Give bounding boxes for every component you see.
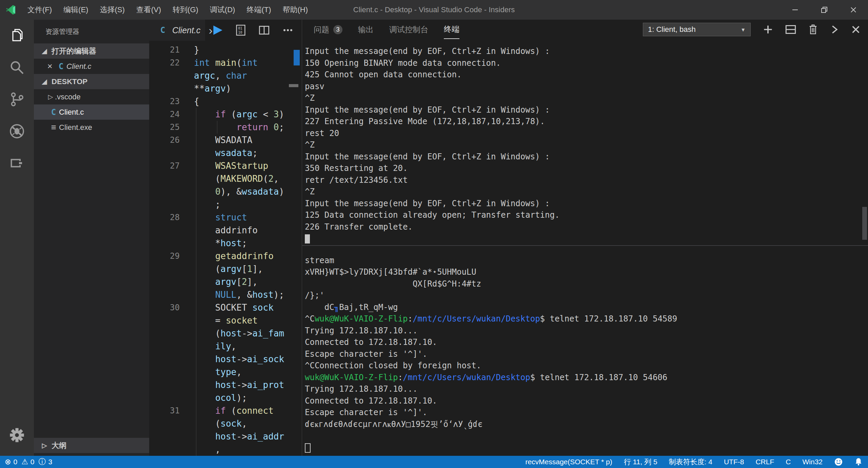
panel-tab-problems[interactable]: 问题3 — [314, 20, 342, 39]
split-terminal-button[interactable] — [785, 24, 796, 35]
terminal-line: Connected to 172.18.187.10. — [305, 395, 868, 407]
panel-tab-label: 输出 — [358, 24, 374, 35]
feedback-smiley-icon[interactable] — [834, 457, 843, 466]
status-warnings-icon: ⚠ — [21, 456, 28, 468]
notifications-bell-icon[interactable] — [854, 457, 863, 466]
workbench: 资源管理器 ◢ 打开的编辑器 × C Client.c ◢ DESKTOP ▷ … — [0, 20, 868, 456]
status-symbol[interactable]: recvMessage(SOCKET * p) — [525, 458, 612, 466]
editor-scrollbar-slider[interactable] — [289, 84, 298, 87]
restore-button[interactable] — [810, 0, 839, 20]
maximize-panel-button[interactable] — [830, 24, 839, 35]
code-line: 31 if (connect — [149, 404, 302, 417]
minimize-button[interactable] — [781, 0, 810, 20]
menu-item[interactable]: 文件(F) — [22, 0, 58, 20]
panel-tab-terminal[interactable]: 终端 — [444, 20, 459, 39]
open-editors-section-header[interactable]: ◢ 打开的编辑器 — [34, 43, 149, 59]
line-number — [149, 353, 180, 366]
kill-terminal-button[interactable] — [808, 24, 818, 35]
panel-tab-output[interactable]: 输出 — [358, 20, 374, 39]
terminal-cursor — [305, 234, 310, 243]
code-line: 28 struct — [149, 211, 302, 224]
line-number: 23 — [149, 95, 180, 108]
status-platform[interactable]: Win32 — [802, 458, 823, 466]
status-language[interactable]: C — [786, 458, 791, 466]
new-terminal-button[interactable] — [763, 24, 773, 35]
tree-item-client-c[interactable]: C Client.c — [34, 104, 149, 120]
menu-item[interactable]: 转到(G) — [167, 0, 204, 20]
menu-item[interactable]: 编辑(E) — [58, 0, 94, 20]
panel-tab-label: 调试控制台 — [389, 24, 428, 35]
terminal-line: ^Z — [305, 92, 868, 104]
terminal-line: ɗєҝгʌɗєθʌɗєcμгʌгʌҝθʌУ□1952핏ʼőʻʌУˎģɗє — [305, 418, 868, 430]
editor-tab-label: Client.c — [172, 25, 200, 35]
explorer-icon[interactable] — [0, 20, 34, 52]
code-line: 21} — [149, 43, 302, 56]
vscode-insiders-logo-icon — [6, 5, 16, 15]
more-actions-button[interactable] — [282, 25, 293, 35]
menu-item[interactable]: 选择(S) — [94, 0, 130, 20]
status-cursor-position[interactable]: 行 11, 列 5 — [624, 457, 657, 467]
editor-group[interactable]: C Client.c › 01 10 — [149, 20, 302, 456]
breadcrumb-chevron-icon: › — [209, 20, 212, 40]
terminal-line: stream — [305, 255, 868, 267]
status-errors-icon: ⊗ — [5, 456, 11, 468]
code-editor[interactable]: 21}22int main(intargc, char**argv)23{24 … — [149, 41, 302, 456]
terminal-line — [305, 233, 868, 245]
status-encoding[interactable]: UTF-8 — [724, 458, 744, 466]
extensions-icon[interactable] — [0, 147, 34, 179]
status-warnings[interactable]: ⚠0 — [21, 456, 34, 468]
menu-item[interactable]: 查看(V) — [131, 0, 167, 20]
code-line: (host->ai_fam — [149, 327, 302, 340]
settings-gear-icon[interactable] — [0, 419, 34, 451]
panel-tab-debug-console[interactable]: 调试控制台 — [389, 20, 428, 39]
binary-view-button[interactable]: 01 10 — [236, 25, 246, 36]
tree-item-client-exe[interactable]: ≡ Client.exe — [34, 120, 149, 135]
code-line: 26 WSADATA — [149, 134, 302, 147]
menu-item[interactable]: 终端(T) — [241, 0, 277, 20]
outline-section-header[interactable]: ▷ 大纲 — [34, 438, 149, 453]
svg-text:10: 10 — [238, 31, 242, 34]
code-line: 0), &wsadata) — [149, 185, 302, 198]
folder-section-header[interactable]: ◢ DESKTOP — [34, 74, 149, 89]
chevron-collapsed-icon: ▷ — [40, 442, 49, 449]
status-infos[interactable]: ⓘ3 — [39, 456, 53, 468]
menu-item[interactable]: 帮助(H) — [277, 0, 314, 20]
close-panel-button[interactable] — [851, 25, 861, 34]
line-number — [149, 147, 180, 159]
line-number — [149, 391, 180, 404]
terminal-split-divider[interactable] — [302, 245, 868, 246]
run-code-button[interactable] — [213, 25, 223, 35]
line-number: 26 — [149, 134, 180, 147]
split-editor-button[interactable] — [259, 25, 270, 35]
terminal[interactable]: Input the message(end by EOF, Ctrl+Z in … — [302, 39, 868, 456]
line-number: 21 — [149, 43, 180, 56]
terminal-picker-dropdown[interactable]: 1: Client, bash ▼ — [643, 23, 751, 36]
svg-text:01: 01 — [238, 26, 242, 30]
debug-icon[interactable] — [0, 115, 34, 147]
line-number: 30 — [149, 301, 180, 314]
terminal-line: ^Z — [305, 186, 868, 198]
line-number: 31 — [149, 404, 180, 417]
terminal-line: 226 Transfer complete. — [305, 221, 868, 233]
status-indent[interactable]: 制表符长度: 4 — [669, 457, 712, 467]
line-number — [149, 340, 180, 353]
status-errors[interactable]: ⊗0 — [5, 456, 17, 468]
tree-item-vscode-folder[interactable]: ▷ .vscode — [34, 89, 149, 104]
window-controls — [781, 0, 868, 20]
status-bar: ⊗0⚠0ⓘ3 recvMessage(SOCKET * p)行 11, 列 5制… — [0, 456, 868, 468]
folder-label: DESKTOP — [52, 77, 87, 86]
code-line: 23{ — [149, 95, 302, 108]
terminal-line: xVRH}WT$>ly7DRXj[43bfd#`a*⋆5UHMouLU — [305, 266, 868, 278]
source-control-icon[interactable] — [0, 83, 34, 115]
open-editor-item-client-c[interactable]: × C Client.c — [34, 59, 149, 74]
editor-tab-client-c[interactable]: C Client.c — [149, 20, 205, 41]
search-icon[interactable] — [0, 52, 34, 83]
terminal-scrollbar[interactable] — [862, 207, 867, 240]
menu-item[interactable]: 调试(D) — [204, 0, 241, 20]
close-window-button[interactable] — [839, 0, 868, 20]
code-line: 29 getaddrinfo — [149, 250, 302, 262]
status-eol[interactable]: CRLF — [755, 458, 774, 466]
line-number — [149, 198, 180, 211]
close-editor-icon[interactable]: × — [44, 61, 56, 72]
editor-title-bar: C Client.c › 01 10 — [149, 20, 302, 41]
